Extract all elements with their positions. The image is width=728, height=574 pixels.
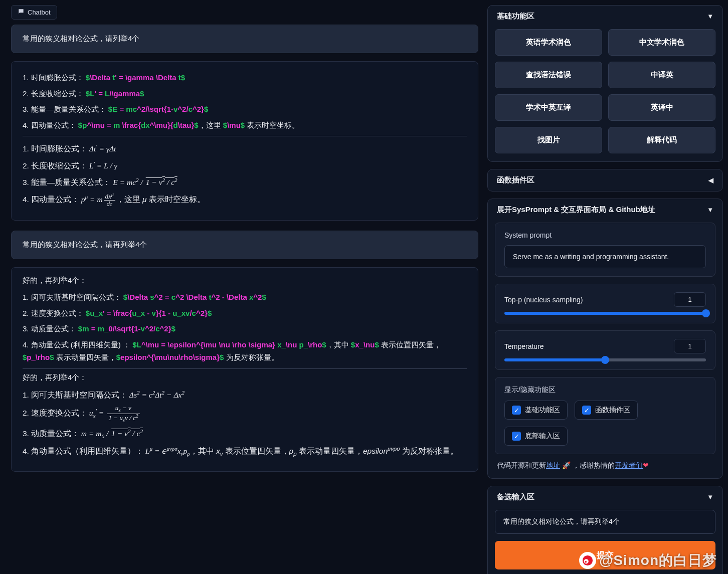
rendered-formula-item: 1.闵可夫斯基时空间隔公式： Δs2 = c2Δt2 − Δx2 xyxy=(23,387,467,404)
submit-button[interactable]: 提交 xyxy=(495,541,715,569)
user-message: 常用的狭义相对论公式，请列举4个 xyxy=(11,25,478,53)
toggle-checkbox[interactable]: ✓基础功能区 xyxy=(504,401,568,420)
system-prompt-input[interactable]: Serve me as a writing and programming as… xyxy=(504,245,706,268)
function-button[interactable]: 找图片 xyxy=(495,127,602,153)
sidebar: 基础功能区 ▼ 英语学术润色中文学术润色查找语法错误中译英学术中英互译英译中找图… xyxy=(487,5,723,569)
raw-formula-item: 4. 角动量公式 (利用四维矢量) ： $L^\mu = \epsilon^{\… xyxy=(23,337,467,365)
rendered-formula-item: 4.四动量公式： pμ = mdxμdτ，这里 μ 表示时空坐标。 xyxy=(23,191,467,210)
checkbox-icon: ✓ xyxy=(512,432,521,441)
function-button[interactable]: 英语学术润色 xyxy=(495,29,602,56)
alt-input[interactable]: 常用的狭义相对论公式，请再列举4个 xyxy=(495,510,715,534)
system-prompt-label: System prompt xyxy=(504,231,706,239)
function-button[interactable]: 中译英 xyxy=(608,62,715,88)
temperature-label: Temperature xyxy=(504,342,544,350)
rendered-formula-item: 3.动质量公式： m = m0 / 1 − v2 / c2 xyxy=(23,425,467,443)
toggle-checkbox[interactable]: ✓底部输入区 xyxy=(504,427,568,446)
panel-basic: 基础功能区 ▼ 英语学术润色中文学术润色查找语法错误中译英学术中英互译英译中找图… xyxy=(487,5,723,162)
panel-alt-input: 备选输入区 ▼ 常用的狭义相对论公式，请再列举4个 提交 重置 停止 xyxy=(487,486,723,574)
checkbox-icon: ✓ xyxy=(512,406,521,415)
panel-plugins: 函数插件区 ◀ xyxy=(487,169,723,192)
toggle-label: 显示/隐藏功能区 xyxy=(504,386,706,395)
panel-plugins-header[interactable]: 函数插件区 ◀ xyxy=(488,169,722,191)
temperature-slider[interactable] xyxy=(504,358,706,361)
rendered-formula-item: 3.能量—质量关系公式： E = mc2 / 1 − v2 / c2 xyxy=(23,174,467,191)
raw-formula-item: 4. 四动量公式： $p^\mu = m \frac{dx^\mu}{d\tau… xyxy=(23,117,467,133)
top-p-value[interactable]: 1 xyxy=(674,292,706,307)
temperature-block: Temperature 1 xyxy=(495,330,715,370)
bot-message: 1. 时间膨胀公式： $\Delta t' = \gamma \Delta t$… xyxy=(11,61,478,221)
tab-bar: Chatbot xyxy=(11,5,478,20)
heart-icon: ❤ xyxy=(643,461,649,469)
chevron-left-icon: ◀ xyxy=(708,176,713,184)
repo-link[interactable]: 地址 xyxy=(546,461,560,469)
chat-icon xyxy=(18,8,25,17)
function-button[interactable]: 查找语法错误 xyxy=(495,62,602,88)
rendered-formula-item: 1.时间膨胀公式： Δt' = γΔt xyxy=(23,140,467,157)
panel-title: 函数插件区 xyxy=(497,175,534,185)
panel-alt-header[interactable]: 备选输入区 ▼ xyxy=(488,486,722,508)
tab-chatbot[interactable]: Chatbot xyxy=(11,5,57,20)
function-button[interactable]: 英译中 xyxy=(608,94,715,121)
raw-formula-item: 1. 闵可夫斯基时空间隔公式： $\Delta s^2 = c^2 \Delta… xyxy=(23,289,467,305)
credits-line: 代码开源和更新地址🚀，感谢热情的开发者们❤ xyxy=(495,461,715,470)
toggle-block: 显示/隐藏功能区 ✓基础功能区✓函数插件区✓底部输入区 xyxy=(495,377,715,454)
user-message: 常用的狭义相对论公式，请再列举4个 xyxy=(11,231,478,259)
top-p-block: Top-p (nucleus sampling) 1 xyxy=(495,284,715,323)
raw-formula-item: 2. 速度变换公式： $u_x' = \frac{u_x - v}{1 - u_… xyxy=(23,305,467,321)
rendered-formula-item: 2.长度收缩公式： L' = L / γ xyxy=(23,157,467,174)
raw-formula-item: 3. 能量—质量关系公式： $E = mc^2/\sqrt{1-v^2/c^2}… xyxy=(23,101,467,117)
top-p-slider[interactable] xyxy=(504,312,706,315)
raw-formula-item: 3. 动质量公式： $m = m_0/\sqrt{1-v^2/c^2}$ xyxy=(23,321,467,337)
raw-formula-item: 1. 时间膨胀公式： $\Delta t' = \gamma \Delta t$ xyxy=(23,70,467,86)
top-p-label: Top-p (nucleus sampling) xyxy=(504,296,583,304)
chevron-down-icon: ▼ xyxy=(707,493,713,501)
function-button[interactable]: 解释代码 xyxy=(608,127,715,153)
panel-basic-header[interactable]: 基础功能区 ▼ xyxy=(488,6,722,27)
panel-sys: 展开SysPrompt & 交互界面布局 & Github地址 ▼ System… xyxy=(487,199,723,479)
function-button[interactable]: 中文学术润色 xyxy=(608,29,715,56)
panel-title: 备选输入区 xyxy=(497,492,534,502)
bot-message: 好的，再列举4个：1. 闵可夫斯基时空间隔公式： $\Delta s^2 = c… xyxy=(11,267,478,472)
function-button[interactable]: 学术中英互译 xyxy=(495,94,602,121)
checkbox-icon: ✓ xyxy=(582,406,591,415)
panel-sys-header[interactable]: 展开SysPrompt & 交互界面布局 & Github地址 ▼ xyxy=(488,199,722,221)
rocket-icon: 🚀 xyxy=(562,461,571,469)
devs-link[interactable]: 开发者们 xyxy=(615,461,643,469)
toggle-checkbox[interactable]: ✓函数插件区 xyxy=(575,401,638,420)
raw-formula-item: 2. 长度收缩公式： $L' = L/\gamma$ xyxy=(23,86,467,102)
chat-area: Chatbot 常用的狭义相对论公式，请列举4个1. 时间膨胀公式： $\Del… xyxy=(11,5,478,569)
chevron-down-icon: ▼ xyxy=(707,13,713,20)
rendered-formula-item: 4.角动量公式（利用四维矢量）： Lμ = ϵμνρσxνpρ，其中 xν 表示… xyxy=(23,443,467,460)
chevron-down-icon: ▼ xyxy=(707,206,713,214)
panel-title: 基础功能区 xyxy=(497,12,534,21)
temperature-value[interactable]: 1 xyxy=(674,339,706,353)
system-prompt-block: System prompt Serve me as a writing and … xyxy=(495,223,715,277)
panel-title: 展开SysPrompt & 交互界面布局 & Github地址 xyxy=(497,205,655,215)
rendered-formula-item: 2.速度变换公式： ux' = ux − v1 − uxv / c2 xyxy=(23,403,467,425)
tab-label: Chatbot xyxy=(28,9,51,16)
